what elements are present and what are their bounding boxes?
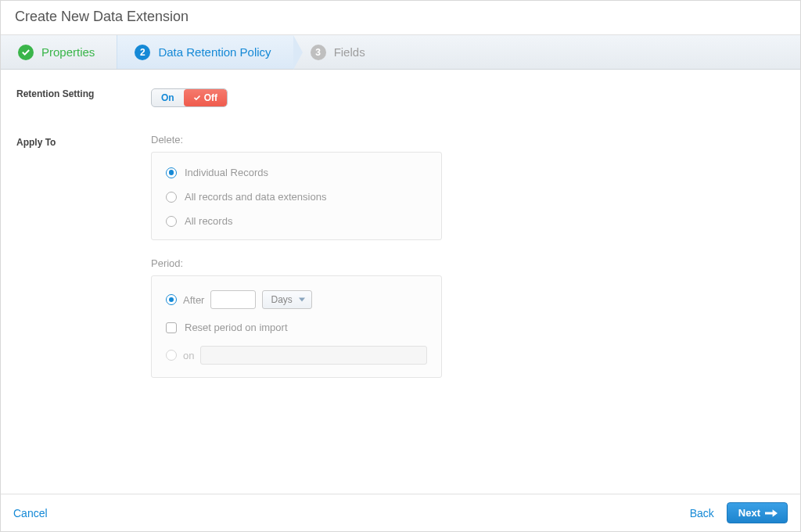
checkbox-label: Reset period on import: [185, 322, 288, 333]
radio-all-records[interactable]: All records: [166, 215, 427, 227]
delete-section-title: Delete:: [151, 134, 785, 146]
after-label: After: [183, 294, 204, 306]
radio-icon: [166, 350, 177, 361]
step-wizard: Properties 2 Data Retention Policy 3 Fie…: [1, 35, 800, 70]
period-panel: After Days Reset period on import on: [151, 275, 442, 378]
step-data-retention[interactable]: 2 Data Retention Policy: [117, 35, 293, 69]
cancel-button[interactable]: Cancel: [13, 507, 48, 519]
step-properties[interactable]: Properties: [1, 35, 117, 69]
toggle-off-label: Off: [204, 92, 217, 103]
back-button[interactable]: Back: [690, 507, 714, 519]
radio-label: All records: [185, 215, 232, 227]
radio-individual-records[interactable]: Individual Records: [166, 167, 427, 178]
check-icon: [193, 94, 201, 102]
chevron-down-icon: [299, 297, 305, 302]
toggle-on-option[interactable]: On: [152, 89, 184, 106]
reset-period-checkbox[interactable]: Reset period on import: [166, 322, 427, 333]
period-section-title: Period:: [151, 257, 785, 269]
checkbox-icon: [166, 322, 177, 333]
delete-panel: Individual Records All records and data …: [151, 152, 442, 240]
step-label: Fields: [334, 45, 365, 59]
form-content: Retention Setting Apply To On Off Delete…: [1, 70, 800, 494]
retention-setting-label: Retention Setting: [16, 88, 135, 99]
period-unit-select[interactable]: Days: [262, 290, 311, 309]
radio-icon: [166, 216, 177, 227]
radio-icon: [166, 192, 177, 203]
step-fields[interactable]: 3 Fields: [293, 35, 387, 69]
arrow-right-icon: [765, 509, 778, 518]
apply-to-label: Apply To: [16, 137, 135, 148]
select-value: Days: [271, 294, 292, 305]
toggle-off-option[interactable]: Off: [184, 89, 227, 106]
next-label: Next: [738, 507, 760, 519]
radio-all-records-ext[interactable]: All records and data extensions: [166, 191, 427, 203]
radio-icon: [166, 167, 177, 178]
retention-toggle[interactable]: On Off: [151, 88, 228, 107]
radio-icon: [166, 294, 177, 305]
step-number-badge: 3: [311, 45, 326, 60]
radio-label: Individual Records: [185, 167, 268, 178]
check-icon: [18, 45, 34, 60]
dialog-title: Create New Data Extension: [1, 1, 800, 35]
step-label: Properties: [41, 45, 95, 59]
on-label: on: [183, 350, 194, 361]
label-column: Retention Setting Apply To: [16, 88, 135, 486]
radio-on-date[interactable]: on: [166, 346, 427, 365]
step-number-badge: 2: [135, 45, 150, 60]
controls-column: On Off Delete: Individual Records All re…: [151, 88, 785, 486]
next-button[interactable]: Next: [727, 502, 788, 523]
radio-after[interactable]: After Days: [166, 290, 427, 309]
after-value-input[interactable]: [210, 290, 256, 309]
on-date-input: [200, 346, 427, 365]
dialog-footer: Cancel Back Next: [1, 494, 800, 531]
step-label: Data Retention Policy: [158, 45, 271, 59]
radio-label: All records and data extensions: [185, 191, 326, 203]
